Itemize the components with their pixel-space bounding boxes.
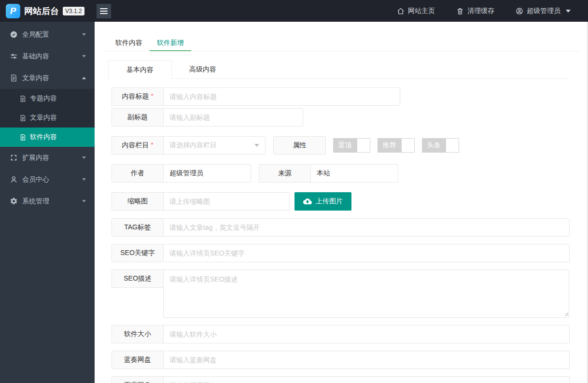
form-row-tag: TAG标签 — [112, 218, 570, 237]
software-size-input[interactable] — [163, 325, 570, 343]
nav-admin-user[interactable]: 超级管理员 — [505, 0, 581, 22]
field-label: 内容栏目 * — [112, 136, 164, 155]
sidebar-submenu-article: 专题内容 文章内容 软件内容 — [0, 89, 95, 147]
field-label: 缩略图 — [112, 192, 164, 211]
sidebar-item-basic-content[interactable]: 基础内容 — [0, 45, 95, 67]
main-content: 软件内容 软件新增 基本内容 高级内容 内容标题 * 副标题 内容栏目 * — [95, 22, 588, 383]
document-icon — [19, 114, 27, 122]
tab-basic-content[interactable]: 基本内容 — [108, 60, 172, 79]
trash-icon — [456, 7, 464, 15]
field-label: 百度网盘 — [112, 376, 164, 383]
form-row-lanzou: 蓝奏网盘 — [112, 351, 570, 369]
document-icon — [19, 95, 27, 102]
field-label: SEO描述 — [112, 270, 164, 288]
logo-area: P 网站后台 V3.1.2 — [0, 4, 95, 18]
chevron-down-icon — [566, 10, 571, 13]
chevron-down-icon — [82, 178, 86, 181]
subtitle-input[interactable] — [163, 108, 303, 127]
sidebar: 全局配置 基础内容 文章内容 专题内容 文章内容 — [0, 22, 95, 383]
home-icon — [397, 7, 405, 15]
nav-label: 清理缓存 — [467, 7, 494, 15]
source-input[interactable] — [310, 164, 398, 183]
required-asterisk: * — [151, 141, 153, 148]
sidebar-item-extend-content[interactable]: 扩展内容 — [0, 147, 95, 169]
checkbox-box — [446, 138, 459, 153]
author-input[interactable] — [163, 164, 251, 183]
sidebar-item-label: 全局配置 — [22, 30, 49, 39]
sidebar-item-global-config[interactable]: 全局配置 — [0, 24, 95, 45]
tab-software-add[interactable]: 软件新增 — [150, 34, 191, 51]
toggle-recommend[interactable]: 推荐 — [378, 138, 415, 153]
sidebar-item-article-content[interactable]: 文章内容 — [0, 67, 95, 89]
seo-keyword-input[interactable] — [163, 244, 570, 262]
globe-icon — [10, 30, 18, 39]
sidebar-item-label: 基础内容 — [22, 52, 49, 61]
expand-icon — [10, 154, 18, 162]
nav-label: 超级管理员 — [527, 7, 560, 15]
sidebar-item-member-center[interactable]: 会员中心 — [0, 169, 95, 190]
chevron-down-icon — [254, 144, 259, 147]
form-tabbar: 基本内容 高级内容 — [108, 60, 570, 79]
app-logo-icon: P — [6, 4, 20, 18]
tag-input[interactable] — [163, 218, 570, 237]
nav-clear-cache[interactable]: 清理缓存 — [446, 0, 505, 22]
baidu-input[interactable] — [163, 376, 570, 383]
tab-software-content[interactable]: 软件内容 — [108, 34, 150, 51]
nav-label: 网站主页 — [408, 7, 435, 15]
app-title: 网站后台 — [24, 5, 59, 17]
chevron-down-icon — [82, 156, 86, 159]
select-placeholder: 请选择内容栏目 — [169, 141, 217, 150]
form-row-software-size: 软件大小 — [112, 325, 570, 343]
field-label: 内容标题 * — [112, 87, 164, 106]
software-form: 内容标题 * 副标题 内容栏目 * 请选择内容栏目 属性 置顶 — [95, 79, 588, 383]
sidebar-item-software-content[interactable]: 软件内容 — [0, 128, 95, 147]
field-label: 来源 — [259, 164, 311, 183]
user-icon — [10, 175, 18, 184]
attrs-label: 属性 — [273, 136, 326, 155]
nav-site-home[interactable]: 网站主页 — [386, 0, 446, 22]
sliders-icon — [10, 52, 18, 60]
toggle-pin-top[interactable]: 置顶 — [333, 138, 370, 153]
thumbnail-input[interactable] — [163, 192, 290, 211]
upload-image-button[interactable]: 上传图片 — [294, 192, 351, 211]
header-nav: 网站主页 清理缓存 超级管理员 — [386, 0, 588, 22]
form-row-content-title: 内容标题 * — [112, 87, 570, 106]
sidebar-item-topic-content[interactable]: 专题内容 — [0, 89, 95, 108]
content-title-input[interactable] — [163, 87, 400, 106]
form-row-baidu: 百度网盘 — [112, 376, 570, 383]
field-label: 软件大小 — [112, 325, 164, 343]
toggle-headline[interactable]: 头条 — [422, 138, 459, 153]
version-badge: V3.1.2 — [63, 7, 84, 15]
textarea-wrap — [164, 270, 570, 318]
sidebar-item-label: 扩展内容 — [22, 154, 49, 162]
document-icon — [19, 134, 27, 141]
chevron-up-icon — [82, 77, 86, 79]
field-label: SEO关键字 — [112, 244, 164, 262]
seo-desc-textarea[interactable] — [163, 270, 569, 318]
tab-advanced-content[interactable]: 高级内容 — [172, 60, 234, 78]
form-row-thumbnail: 缩略图 上传图片 — [112, 192, 570, 211]
sidebar-item-label: 软件内容 — [30, 133, 57, 142]
top-header: P 网站后台 V3.1.2 网站主页 清理缓存 超级管理员 — [0, 0, 588, 22]
field-label: 副标题 — [112, 108, 164, 127]
chevron-down-icon — [82, 33, 86, 36]
checkbox-box — [401, 138, 415, 153]
sidebar-item-label: 文章内容 — [22, 74, 49, 83]
hamburger-icon — [100, 8, 108, 9]
sidebar-item-label: 文章内容 — [30, 113, 57, 122]
sidebar-item-system-manage[interactable]: 系统管理 — [0, 190, 95, 212]
checkbox-box — [357, 138, 370, 153]
lanzou-input[interactable] — [163, 351, 570, 369]
sidebar-item-article-list[interactable]: 文章内容 — [0, 108, 95, 128]
chevron-down-icon — [82, 200, 86, 202]
page-tabbar: 软件内容 软件新增 — [102, 34, 580, 51]
form-row-category: 内容栏目 * 请选择内容栏目 属性 置顶 推荐 头条 — [112, 136, 570, 155]
field-label: 作者 — [112, 164, 164, 183]
document-icon — [10, 74, 18, 82]
category-select[interactable]: 请选择内容栏目 — [163, 136, 266, 155]
form-row-subtitle: 副标题 — [112, 108, 570, 127]
field-label: 蓝奏网盘 — [112, 351, 164, 369]
chevron-down-icon — [82, 55, 86, 57]
cloud-upload-icon — [303, 197, 312, 206]
menu-toggle-button[interactable] — [97, 4, 111, 18]
